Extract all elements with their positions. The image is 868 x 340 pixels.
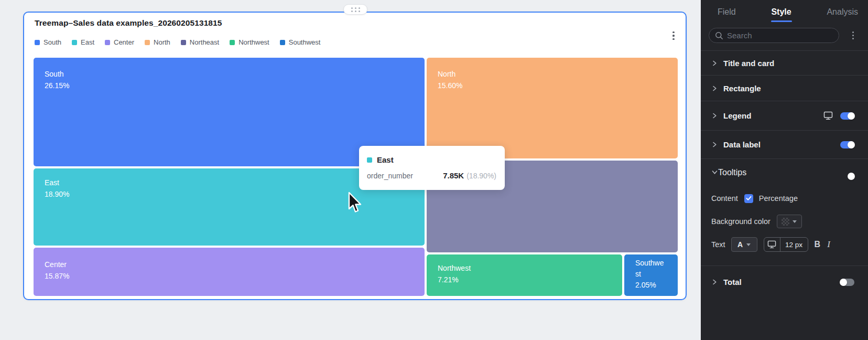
treemap-rect-northwest[interactable]: Northwest 7.21%: [427, 254, 622, 296]
tooltip-value: 7.85K: [443, 171, 464, 180]
legend-swatch: [230, 40, 235, 45]
transparent-color-swatch: [782, 218, 789, 226]
chevron-right-icon: [711, 112, 719, 119]
rect-percent: 15.60%: [438, 80, 672, 91]
tooltip-series-swatch: [367, 157, 372, 163]
treemap-plot: South 26.15% North 15.60% East 18.90% Ce…: [34, 58, 678, 297]
caret-down-icon: [746, 243, 751, 246]
bold-button[interactable]: B: [815, 240, 821, 249]
background-color-dropdown[interactable]: [777, 215, 802, 228]
chevron-right-icon: [711, 60, 719, 67]
tooltip-text-row: Text A 12 px B I: [711, 237, 858, 252]
legend-swatch: [181, 40, 186, 45]
data-label-toggle[interactable]: [840, 141, 854, 148]
chevron-right-icon: [711, 279, 719, 285]
rect-name: Northwest: [438, 262, 617, 274]
background-color-label: Background color: [711, 217, 771, 226]
section-label: Rectangle: [723, 84, 761, 93]
legend-label: Southwest: [289, 38, 321, 46]
section-label: Title and card: [723, 59, 774, 68]
rect-percent: 26.15%: [45, 80, 419, 91]
legend-swatch: [145, 40, 150, 45]
treemap-rect-center[interactable]: Center 15.87%: [34, 248, 425, 296]
treemap-chart-card[interactable]: Treemap–Sales data examples_202602051318…: [23, 12, 687, 300]
italic-button[interactable]: I: [827, 239, 830, 250]
legend-label: Center: [114, 38, 134, 46]
legend-label: East: [81, 38, 94, 46]
legend-label: South: [44, 38, 61, 46]
section-label: Legend: [723, 111, 751, 120]
device-monitor-button[interactable]: [764, 238, 780, 251]
section-label: Tooltips: [718, 168, 746, 177]
panel-more-kebab-icon[interactable]: [849, 30, 856, 41]
section-legend[interactable]: Legend: [701, 101, 868, 130]
section-total[interactable]: Total: [701, 265, 868, 298]
tooltip-background-color-row: Background color: [711, 214, 858, 229]
card-title: Treemap–Sales data examples_202602051318…: [35, 18, 222, 28]
card-drag-handle[interactable]: [343, 4, 367, 15]
chart-legend: South East Center North Northeast Northw…: [35, 38, 320, 46]
mouse-cursor-icon: [348, 192, 363, 217]
percentage-label: Percentage: [759, 194, 798, 203]
tooltip-series-name: East: [377, 155, 394, 164]
treemap-rect-north[interactable]: North 15.60%: [427, 58, 678, 158]
legend-item-south[interactable]: South: [35, 38, 61, 46]
rect-percent: 15.87%: [45, 270, 419, 282]
chart-tooltip: East order_number 7.85K (18.90%): [359, 146, 505, 190]
rect-name: South: [45, 68, 419, 80]
section-label: Total: [723, 278, 742, 286]
treemap-rect-southwest[interactable]: Southwest 2.05%: [624, 254, 678, 296]
section-label: Data label: [723, 140, 761, 149]
active-tab-indicator: [771, 20, 792, 22]
legend-swatch: [105, 40, 110, 45]
rect-percent: 7.21%: [438, 274, 617, 285]
legend-item-northwest[interactable]: Northwest: [230, 38, 269, 46]
tab-style[interactable]: Style: [771, 0, 791, 24]
tab-analysis[interactable]: Analysis: [827, 0, 858, 24]
legend-item-east[interactable]: East: [72, 38, 94, 46]
legend-toggle[interactable]: [840, 112, 854, 120]
font-color-dropdown[interactable]: A: [731, 237, 757, 252]
content-percentage-checkbox[interactable]: [744, 194, 753, 203]
card-menu-kebab-icon[interactable]: [670, 30, 677, 41]
chevron-right-icon: [711, 141, 719, 148]
section-rectangle[interactable]: Rectangle: [701, 75, 868, 101]
search-icon: [715, 31, 723, 40]
rect-name: Center: [45, 259, 419, 270]
tooltip-metric-label: order_number: [367, 172, 413, 180]
monitor-icon[interactable]: [823, 111, 833, 120]
rect-name: Southwest: [635, 258, 666, 280]
legend-item-center[interactable]: Center: [105, 38, 134, 46]
section-data-label[interactable]: Data label: [701, 130, 868, 158]
tooltip-percent: (18.90%): [466, 172, 496, 180]
tab-field[interactable]: Field: [718, 0, 736, 24]
legend-item-north[interactable]: North: [145, 38, 170, 46]
rect-name: North: [438, 68, 672, 80]
rect-percent: 2.05%: [635, 280, 672, 291]
legend-swatch: [35, 40, 40, 45]
font-color-letter: A: [737, 240, 743, 249]
font-size-group: 12 px: [764, 237, 808, 252]
legend-item-northeast[interactable]: Northeast: [181, 38, 219, 46]
drag-dots-icon: [351, 7, 360, 12]
chevron-right-icon: [711, 85, 719, 92]
search-box[interactable]: [709, 28, 839, 43]
panel-search-row: [701, 24, 868, 50]
total-toggle[interactable]: [840, 279, 854, 286]
search-input[interactable]: [727, 31, 821, 40]
caret-down-icon: [793, 220, 797, 223]
legend-label: North: [154, 38, 170, 46]
tooltips-settings-body: Content Percentage Background color Text…: [701, 186, 868, 265]
section-title-and-card[interactable]: Title and card: [701, 50, 868, 75]
legend-swatch: [280, 40, 285, 45]
legend-item-southwest[interactable]: Southwest: [280, 38, 321, 46]
legend-label: Northwest: [238, 38, 269, 46]
style-settings-panel: Field Style Analysis Title and card Rect…: [701, 0, 868, 340]
content-label: Content: [711, 194, 738, 203]
font-size-field[interactable]: 12 px: [780, 238, 808, 251]
section-tooltips[interactable]: Tooltips: [701, 158, 868, 186]
legend-swatch: [72, 40, 77, 45]
monitor-icon: [767, 240, 776, 249]
panel-tab-bar: Field Style Analysis: [701, 0, 868, 24]
tooltip-content-row: Content Percentage: [711, 191, 858, 206]
